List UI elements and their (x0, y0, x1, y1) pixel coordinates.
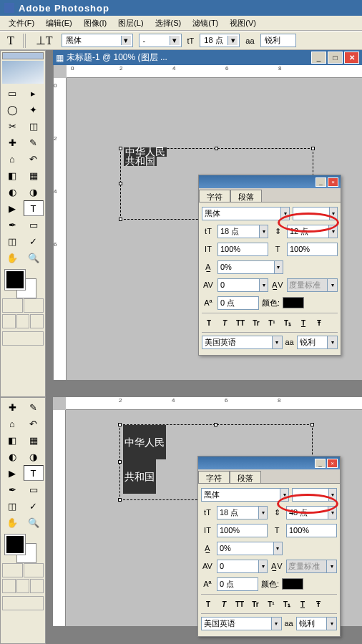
fg-color-swatch-b[interactable] (5, 535, 25, 555)
tool-pen[interactable]: ✒ (2, 217, 22, 233)
close-button[interactable]: ✕ (344, 52, 359, 64)
style-smallcaps[interactable]: Tr (249, 316, 263, 329)
font-family-combo[interactable]: 黑体 ▾ (62, 34, 133, 47)
style-allcaps-b[interactable]: TT (233, 597, 247, 610)
dropdown-icon[interactable]: ▾ (170, 36, 180, 45)
tool-brush-b[interactable]: ✎ (24, 399, 44, 415)
tool-gradient-b[interactable]: ▦ (24, 432, 44, 448)
tool-dodge[interactable]: ◑ (24, 184, 44, 200)
tab-character[interactable]: 字符 (199, 190, 230, 202)
screenmode-buttons[interactable] (2, 314, 44, 328)
canvas[interactable]: 中华人民 共和国 _ × 字符 段落 (67, 78, 362, 380)
dropdown-icon[interactable]: ▾ (121, 36, 131, 45)
tool-zoom-b[interactable]: 🔍 (24, 514, 44, 530)
menu-image[interactable]: 图像(I) (78, 16, 112, 30)
tool-eraser[interactable]: ◧ (2, 167, 22, 183)
panel-tracking[interactable]: ▾ (217, 260, 283, 274)
tool-type[interactable]: T (24, 200, 44, 216)
panel-minimize-icon-b[interactable]: _ (315, 459, 326, 468)
tool-crop[interactable]: ✂ (2, 118, 22, 134)
handle-tr[interactable] (311, 147, 315, 150)
tool-history-b[interactable]: ↶ (24, 416, 44, 431)
handle-tl[interactable] (119, 147, 122, 150)
panel-leading-b[interactable]: ▾ (286, 506, 337, 519)
color-swatches[interactable] (2, 268, 44, 297)
tool-brush[interactable]: ✎ (24, 135, 44, 150)
tool-heal-b[interactable]: ✚ (2, 399, 22, 415)
text-line2[interactable]: 共和国 (124, 157, 157, 166)
screenmode-buttons-b[interactable] (2, 579, 44, 593)
panel-close-icon-b[interactable]: × (327, 459, 338, 468)
handle-tm-b[interactable] (214, 423, 217, 426)
text-line1-b[interactable]: 中华人民 (123, 425, 166, 459)
tool-shape-b[interactable]: ▭ (24, 482, 44, 497)
panel-font-family-b[interactable]: ▾ (201, 488, 289, 502)
panel-metrics-b[interactable]: 度量标准▾ (286, 560, 337, 573)
handle-tl-b[interactable] (118, 423, 122, 426)
menu-layer[interactable]: 图层(L) (112, 16, 149, 30)
tool-eyedrop[interactable]: ✓ (24, 233, 44, 249)
tool-pen-b[interactable]: ✒ (2, 482, 22, 497)
tab-paragraph-b[interactable]: 段落 (230, 471, 261, 483)
style-bold-b[interactable]: T (201, 597, 215, 610)
panel-close-icon[interactable]: × (328, 177, 338, 187)
jump-button[interactable] (2, 331, 44, 346)
panel-vscale-b[interactable] (217, 524, 268, 537)
tool-gradient[interactable]: ▦ (24, 167, 44, 183)
style-underline-b[interactable]: T (295, 597, 310, 610)
menu-file[interactable]: 文件(F) (3, 16, 40, 30)
tab-paragraph[interactable]: 段落 (230, 190, 262, 202)
panel-font-size[interactable]: ▾ (217, 225, 268, 238)
tool-notes-b[interactable]: ◫ (2, 498, 22, 514)
style-strike[interactable]: Ŧ (312, 316, 326, 329)
panel-language[interactable]: 美国英语▾ (202, 336, 283, 349)
handle-tr-b[interactable] (310, 423, 314, 426)
dropdown-icon[interactable]: ▾ (228, 36, 238, 45)
tool-marquee[interactable]: ▭ (2, 85, 22, 101)
menu-view[interactable]: 视图(V) (224, 16, 262, 30)
panel-baseline-b[interactable] (217, 577, 258, 591)
style-subscript-b[interactable]: T₁ (280, 597, 294, 610)
panel-color-swatch-b[interactable] (282, 578, 303, 590)
tool-shape[interactable]: ▭ (24, 217, 44, 233)
panel-tracking-b[interactable]: ▾ (217, 542, 283, 555)
panel-vscale[interactable] (217, 243, 268, 256)
style-superscript[interactable]: T¹ (265, 316, 279, 329)
orientation-icon[interactable]: ⊥T (33, 34, 56, 47)
style-strike-b[interactable]: Ŧ (311, 597, 326, 610)
panel-kerning[interactable]: ▾ (217, 278, 268, 292)
tool-path[interactable]: ▶ (2, 200, 22, 216)
toolbox-header[interactable] (2, 52, 44, 59)
style-bold[interactable]: T (202, 316, 216, 329)
panel-color-swatch[interactable] (283, 297, 304, 308)
canvas-b[interactable]: 中华人民 共和国 _ × 字符 段落 (66, 410, 362, 626)
panel-font-style[interactable]: ▾ (293, 207, 338, 220)
handle-tm[interactable] (215, 147, 218, 150)
document-titlebar[interactable]: ▦ 未标题-1 @ 100% (图层 ... _ □ ✕ (53, 50, 362, 65)
menu-edit[interactable]: 编辑(E) (40, 16, 78, 30)
handle-bl[interactable] (119, 218, 122, 221)
handle-bl-b[interactable] (118, 498, 122, 502)
tool-heal[interactable]: ✚ (2, 135, 22, 150)
panel-hscale-b[interactable] (286, 524, 337, 537)
style-italic[interactable]: T (217, 316, 232, 329)
tool-dodge-b[interactable]: ◑ (24, 449, 44, 464)
style-italic-b[interactable]: T (217, 597, 231, 610)
style-superscript-b[interactable]: T¹ (264, 597, 278, 610)
color-swatches-b[interactable] (2, 533, 44, 562)
style-underline[interactable]: T (296, 316, 310, 329)
tool-stamp-b[interactable]: ⌂ (2, 416, 22, 431)
font-style-combo[interactable]: - ▾ (139, 34, 182, 47)
panel-font-family[interactable]: ▾ (202, 207, 290, 220)
panel-aa-b[interactable]: 锐利▾ (296, 617, 337, 630)
panel-font-size-b[interactable]: ▾ (217, 506, 268, 519)
tool-type-b[interactable]: T (24, 465, 44, 481)
handle-ml[interactable] (119, 182, 122, 185)
menu-select[interactable]: 选择(S) (150, 16, 187, 30)
tool-hand-b[interactable]: ✋ (2, 514, 22, 530)
panel-titlebar[interactable]: _ × (199, 175, 341, 188)
quickmask-buttons[interactable] (2, 298, 44, 313)
handle-ml-b[interactable] (118, 460, 122, 464)
tool-hand[interactable]: ✋ (2, 250, 22, 265)
font-size-combo[interactable]: 18 点 ▾ (200, 34, 240, 47)
